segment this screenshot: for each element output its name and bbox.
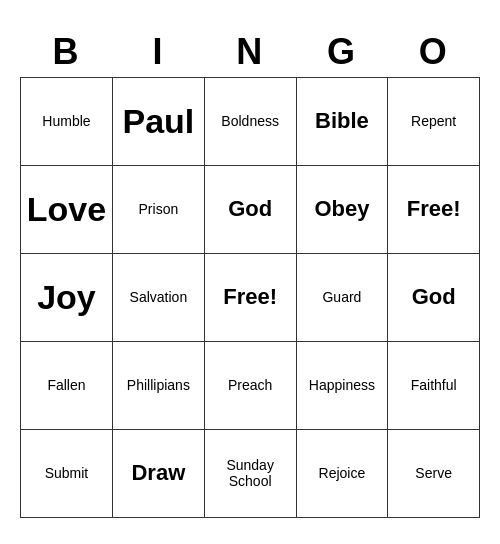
bingo-cell-3-2: Preach: [204, 341, 296, 429]
bingo-cell-4-1: Draw: [112, 429, 204, 517]
bingo-cell-4-3: Rejoice: [296, 429, 388, 517]
bingo-cell-4-2: SundaySchool: [204, 429, 296, 517]
bingo-cell-1-0: Love: [21, 165, 113, 253]
header-letter-g: G: [296, 27, 388, 78]
header-letter-b: B: [21, 27, 113, 78]
header-letter-o: O: [388, 27, 480, 78]
bingo-row-1: LovePrisonGodObeyFree!: [21, 165, 480, 253]
bingo-cell-3-3: Happiness: [296, 341, 388, 429]
bingo-cell-2-1: Salvation: [112, 253, 204, 341]
bingo-row-3: FallenPhillipiansPreachHappinessFaithful: [21, 341, 480, 429]
bingo-cell-4-0: Submit: [21, 429, 113, 517]
bingo-cell-2-3: Guard: [296, 253, 388, 341]
bingo-cell-2-4: God: [388, 253, 480, 341]
bingo-cell-0-3: Bible: [296, 77, 388, 165]
bingo-cell-3-4: Faithful: [388, 341, 480, 429]
bingo-cell-4-4: Serve: [388, 429, 480, 517]
header-letter-i: I: [112, 27, 204, 78]
bingo-cell-0-4: Repent: [388, 77, 480, 165]
bingo-row-4: SubmitDrawSundaySchoolRejoiceServe: [21, 429, 480, 517]
bingo-row-2: JoySalvationFree!GuardGod: [21, 253, 480, 341]
bingo-cell-0-1: Paul: [112, 77, 204, 165]
bingo-card: BINGO HumblePaulBoldnessBibleRepentLoveP…: [20, 27, 480, 518]
header-letter-n: N: [204, 27, 296, 78]
bingo-cell-1-1: Prison: [112, 165, 204, 253]
bingo-cell-1-2: God: [204, 165, 296, 253]
bingo-header: BINGO: [21, 27, 480, 78]
bingo-cell-3-1: Phillipians: [112, 341, 204, 429]
bingo-cell-2-2: Free!: [204, 253, 296, 341]
bingo-cell-0-2: Boldness: [204, 77, 296, 165]
bingo-cell-1-3: Obey: [296, 165, 388, 253]
bingo-row-0: HumblePaulBoldnessBibleRepent: [21, 77, 480, 165]
bingo-body: HumblePaulBoldnessBibleRepentLovePrisonG…: [21, 77, 480, 517]
bingo-cell-0-0: Humble: [21, 77, 113, 165]
bingo-cell-3-0: Fallen: [21, 341, 113, 429]
bingo-cell-2-0: Joy: [21, 253, 113, 341]
bingo-cell-1-4: Free!: [388, 165, 480, 253]
